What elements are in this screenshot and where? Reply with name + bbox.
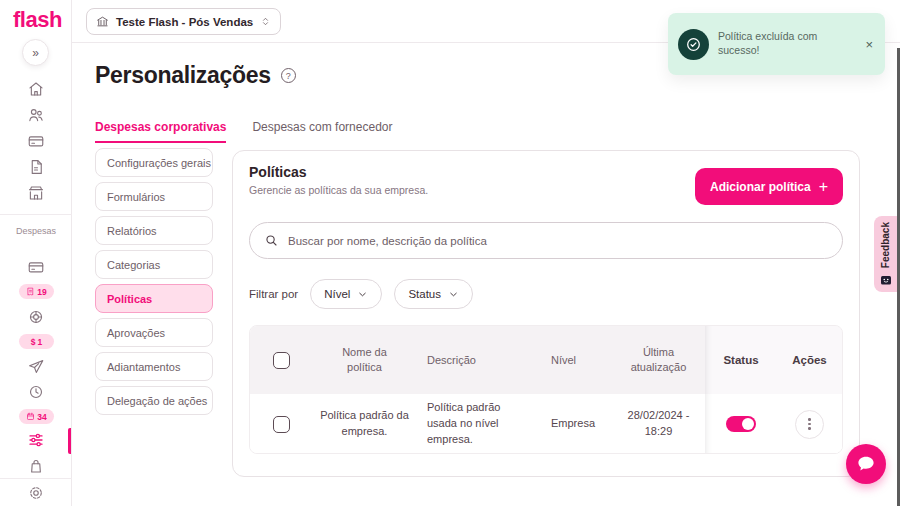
sidebar-item-money-badge[interactable]: $ 1 bbox=[19, 334, 54, 349]
active-item-indicator bbox=[68, 428, 71, 454]
policy-updated: 28/02/2024 - 18:29 bbox=[618, 408, 700, 440]
sidebar-section-label: Despesas bbox=[16, 226, 56, 236]
column-header-description: Descrição bbox=[427, 353, 476, 368]
settings-side-menu: Configurações gerais Formulários Relatór… bbox=[95, 148, 213, 415]
feedback-tab[interactable]: Feedback bbox=[874, 216, 897, 292]
add-policy-button[interactable]: Adicionar política + bbox=[695, 168, 843, 205]
search-input[interactable] bbox=[288, 235, 828, 247]
life-ring-icon[interactable] bbox=[27, 308, 45, 326]
table-header: Nome da política Descrição Nível Última … bbox=[250, 326, 842, 394]
menu-item-formularios[interactable]: Formulários bbox=[95, 182, 213, 211]
column-header-updated: Última atualização bbox=[618, 345, 700, 375]
search-bar bbox=[249, 222, 843, 259]
gear-icon[interactable] bbox=[27, 484, 45, 502]
sidebar-divider bbox=[0, 214, 72, 215]
home-icon[interactable] bbox=[27, 80, 45, 98]
menu-item-politicas[interactable]: Políticas bbox=[95, 284, 213, 313]
column-header-actions: Ações bbox=[792, 354, 827, 366]
policies-card: Políticas Gerencie as políticas da sua e… bbox=[232, 150, 860, 477]
calendar-icon bbox=[26, 412, 35, 421]
sidebar-item-calendar-badge[interactable]: 34 bbox=[19, 409, 54, 424]
search-icon bbox=[264, 233, 279, 248]
policy-description: Política padrão usada no nível empresa. bbox=[427, 400, 531, 448]
store-icon[interactable] bbox=[27, 184, 45, 202]
filter-row: Filtrar por Nível Status bbox=[249, 279, 473, 309]
building-icon bbox=[96, 15, 109, 28]
chevron-down-icon bbox=[357, 289, 368, 300]
policies-table: Nome da política Descrição Nível Última … bbox=[249, 325, 843, 454]
document-icon[interactable] bbox=[27, 158, 45, 176]
column-header-name: Nome da política bbox=[334, 345, 396, 375]
dollar-icon: $ bbox=[31, 337, 36, 347]
corporate-card-icon[interactable] bbox=[27, 258, 45, 276]
table-row: Política padrão da empresa. Política pad… bbox=[250, 394, 842, 454]
chevron-down-icon bbox=[448, 289, 459, 300]
sidebar-item-receipts-badge[interactable]: 19 bbox=[19, 284, 54, 299]
filter-status-dropdown[interactable]: Status bbox=[394, 279, 473, 309]
plus-icon: + bbox=[819, 178, 828, 196]
pinned-row-group bbox=[705, 394, 842, 454]
policy-name: Política padrão da empresa. bbox=[318, 408, 412, 440]
speech-bubble-icon bbox=[855, 453, 877, 475]
airplane-icon[interactable] bbox=[27, 358, 45, 376]
sidebar: flash » Despesas 19 $ 1 34 bbox=[0, 0, 72, 506]
panel-subtitle: Gerencie as políticas da sua empresa. bbox=[249, 184, 428, 196]
chevrons-right-icon: » bbox=[32, 46, 39, 60]
status-toggle-on[interactable] bbox=[726, 416, 756, 432]
chat-fab-button[interactable] bbox=[846, 444, 886, 484]
menu-item-adiantamentos[interactable]: Adiantamentos bbox=[95, 352, 213, 381]
menu-item-relatorios[interactable]: Relatórios bbox=[95, 216, 213, 245]
filter-label: Filtrar por bbox=[249, 288, 298, 300]
row-checkbox[interactable] bbox=[273, 416, 290, 433]
policy-level: Empresa bbox=[551, 416, 595, 432]
feedback-smiley-icon bbox=[880, 275, 892, 286]
success-toast: Política excluída com sucesso! × bbox=[668, 13, 885, 75]
row-actions-kebab-button[interactable] bbox=[795, 410, 824, 439]
toast-message: Política excluída com sucesso! bbox=[718, 30, 854, 57]
flash-logo: flash bbox=[13, 7, 62, 33]
people-icon[interactable] bbox=[27, 106, 45, 124]
menu-item-aprovacoes[interactable]: Aprovações bbox=[95, 318, 213, 347]
sidebar-expand-button[interactable]: » bbox=[22, 39, 49, 66]
tab-despesas-corporativas[interactable]: Despesas corporativas bbox=[95, 120, 226, 143]
column-header-level: Nível bbox=[551, 353, 576, 368]
page-title: Personalizações bbox=[95, 62, 271, 89]
clock-icon[interactable] bbox=[27, 383, 45, 401]
sidebar-divider-bottom bbox=[0, 478, 72, 479]
bag-icon[interactable] bbox=[27, 457, 45, 475]
page-title-row: Personalizações ? bbox=[95, 62, 296, 89]
main-content: Personalizações ? Despesas corporativas … bbox=[72, 43, 900, 506]
company-selector[interactable]: Teste Flash - Pós Vendas bbox=[86, 8, 281, 35]
card-icon[interactable] bbox=[27, 132, 45, 150]
scrollbar-thumb[interactable] bbox=[897, 48, 900, 506]
tab-despesas-com-fornecedor[interactable]: Despesas com fornecedor bbox=[252, 120, 392, 143]
menu-item-configuracoes-gerais[interactable]: Configurações gerais bbox=[95, 148, 213, 177]
toast-close-icon[interactable]: × bbox=[863, 35, 875, 54]
menu-item-delegacao-de-acoes[interactable]: Delegação de ações bbox=[95, 386, 213, 415]
receipt-icon bbox=[26, 287, 35, 296]
chevron-up-down-icon bbox=[260, 16, 271, 27]
check-circle-icon bbox=[678, 29, 709, 60]
select-all-checkbox[interactable] bbox=[273, 352, 290, 369]
pinned-header-group: Status Ações bbox=[705, 326, 842, 394]
tabs: Despesas corporativas Despesas com forne… bbox=[95, 120, 392, 143]
sliders-icon-active[interactable] bbox=[27, 431, 45, 449]
panel-title: Políticas bbox=[249, 164, 307, 180]
column-header-status: Status bbox=[723, 354, 758, 366]
feedback-label: Feedback bbox=[880, 222, 891, 268]
filter-nivel-dropdown[interactable]: Nível bbox=[310, 279, 382, 309]
help-icon[interactable]: ? bbox=[281, 68, 296, 83]
company-selector-label: Teste Flash - Pós Vendas bbox=[116, 16, 253, 28]
menu-item-categorias[interactable]: Categorias bbox=[95, 250, 213, 279]
